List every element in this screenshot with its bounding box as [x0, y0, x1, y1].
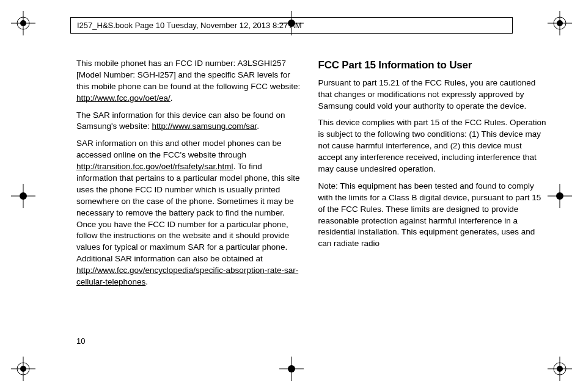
crop-mark-icon: [279, 357, 304, 381]
link-fcc-encyclopedia[interactable]: http://www.fcc.gov/encyclopedia/specific…: [76, 266, 298, 286]
paragraph: Pursuant to part 15.21 of the FCC Rules,…: [318, 78, 547, 112]
body-text: This mobile phonet has an FCC ID number:…: [76, 59, 300, 91]
crop-mark-icon: [548, 11, 572, 35]
page-content: This mobile phonet has an FCC ID number:…: [76, 58, 546, 294]
body-text: .: [170, 93, 173, 103]
link-samsung-sar[interactable]: http://www.samsung.com/sar: [152, 122, 257, 131]
section-heading: FCC Part 15 Information to User: [318, 58, 547, 73]
crop-mark-icon: [548, 184, 572, 208]
body-text: . To find information that pertains to a…: [76, 162, 299, 263]
page-number: 10: [76, 336, 85, 346]
column-right: FCC Part 15 Information to User Pursuant…: [318, 58, 547, 294]
paragraph: This mobile phonet has an FCC ID number:…: [76, 58, 305, 104]
link-transition-fcc[interactable]: http://transition.fcc.gov/oet/rfsafety/s…: [76, 162, 233, 171]
body-text: .: [145, 277, 148, 286]
svg-point-21: [556, 192, 563, 200]
crop-mark-icon: [11, 357, 35, 381]
body-text: .: [257, 122, 259, 131]
svg-point-18: [20, 192, 27, 200]
paragraph: This device complies with part 15 of the…: [318, 117, 547, 175]
header-text: I257_H&S.book Page 10 Tuesday, November …: [77, 21, 302, 30]
body-text: SAR information on this and other model …: [76, 139, 281, 159]
svg-point-27: [288, 365, 295, 372]
paragraph: SAR information on this and other model …: [76, 138, 305, 288]
crop-mark-icon: [11, 11, 35, 35]
crop-mark-icon: [548, 357, 572, 381]
page-header-bar: I257_H&S.book Page 10 Tuesday, November …: [70, 17, 513, 34]
crop-mark-icon: [11, 184, 35, 208]
paragraph: The SAR information for this device can …: [76, 110, 305, 133]
column-left: This mobile phonet has an FCC ID number:…: [76, 58, 305, 294]
paragraph: Note: This equipment has been tested and…: [318, 181, 547, 250]
link-fcc-oet[interactable]: http://www.fcc.gov/oet/ea/: [76, 93, 170, 103]
